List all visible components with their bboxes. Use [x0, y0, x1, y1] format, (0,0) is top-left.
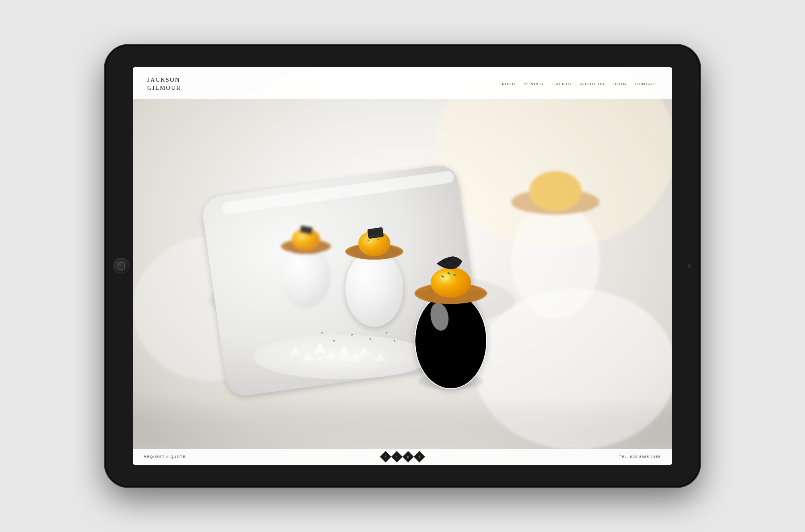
tablet-device: Jackson Gilmour FOOD VENUES EVENTS ABOUT… [105, 45, 700, 487]
hero-image [133, 67, 672, 465]
svg-point-49 [444, 261, 446, 264]
camera-dot [687, 264, 691, 268]
svg-point-50 [449, 260, 451, 262]
tablet-screen: Jackson Gilmour FOOD VENUES EVENTS ABOUT… [133, 67, 672, 465]
instagram-icon[interactable]: i [413, 451, 425, 462]
facebook-icon[interactable]: f [380, 451, 391, 462]
logo[interactable]: Jackson Gilmour [147, 76, 181, 92]
website: Jackson Gilmour FOOD VENUES EVENTS ABOUT… [133, 67, 672, 465]
navigation: FOOD VENUES EVENTS ABOUT US BLOG CONTACT [502, 82, 658, 86]
svg-point-16 [328, 356, 332, 359]
request-quote-link[interactable]: Request a Quote [144, 455, 186, 459]
tablet-frame: Jackson Gilmour FOOD VENUES EVENTS ABOUT… [105, 45, 700, 487]
pinterest-symbol: p [407, 455, 409, 458]
svg-point-52 [447, 264, 448, 266]
svg-point-51 [454, 262, 456, 264]
nav-events[interactable]: EVENTS [552, 82, 571, 86]
instagram-symbol: i [419, 455, 419, 458]
svg-point-18 [353, 359, 359, 362]
hero-section [133, 67, 672, 465]
social-icons-group: f t p i [382, 453, 423, 461]
header: Jackson Gilmour FOOD VENUES EVENTS ABOUT… [133, 67, 672, 99]
footer-bar: Request a Quote f t p i [133, 449, 672, 465]
nav-contact[interactable]: CONTACT [635, 82, 658, 86]
logo-line1: Jackson [147, 76, 181, 84]
svg-point-45 [440, 274, 450, 281]
svg-point-17 [344, 354, 348, 356]
nav-food[interactable]: FOOD [502, 82, 515, 86]
twitter-icon[interactable]: t [391, 451, 402, 462]
home-button-inner [118, 262, 125, 270]
logo-line2: Gilmour [147, 84, 181, 92]
nav-blog[interactable]: BLOG [613, 82, 626, 86]
twitter-symbol: t [396, 455, 397, 458]
svg-point-53 [511, 202, 600, 319]
svg-point-31 [345, 250, 403, 327]
facebook-symbol: f [385, 455, 386, 458]
pinterest-icon[interactable]: p [402, 451, 413, 462]
svg-point-41 [415, 293, 486, 388]
nav-about[interactable]: ABOUT US [580, 82, 604, 86]
home-button[interactable] [113, 258, 130, 274]
phone-number: Tel: 020 8665 1855 [619, 455, 661, 459]
svg-point-44 [431, 267, 471, 298]
svg-point-19 [318, 358, 322, 361]
svg-point-55 [529, 171, 582, 211]
svg-point-7 [254, 335, 431, 379]
nav-venues[interactable]: VENUES [524, 82, 543, 86]
